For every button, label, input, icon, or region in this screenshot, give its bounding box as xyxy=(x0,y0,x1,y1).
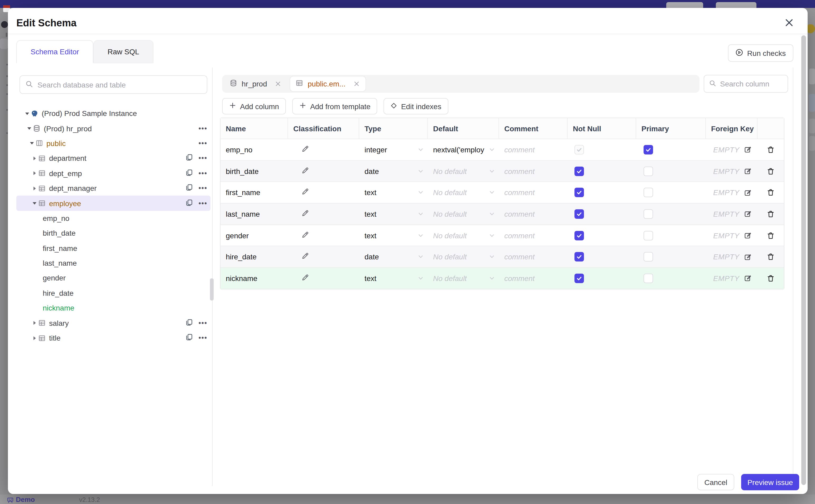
more-menu-icon[interactable]: ••• xyxy=(199,171,207,176)
comment-input[interactable]: comment xyxy=(499,225,568,246)
caret-right-icon[interactable] xyxy=(31,319,38,326)
open-tab-hr_prod[interactable]: hr_prod xyxy=(224,76,287,91)
delete-column-icon[interactable] xyxy=(766,210,775,218)
more-menu-icon[interactable]: ••• xyxy=(199,186,207,191)
caret-down-icon[interactable] xyxy=(25,125,33,132)
pencil-icon[interactable] xyxy=(301,188,309,197)
dialog-scrollbar[interactable] xyxy=(801,35,806,485)
copy-icon[interactable] xyxy=(185,154,193,163)
type-select[interactable]: text xyxy=(359,203,428,224)
close-tab-icon[interactable] xyxy=(353,80,360,88)
column-name-cell[interactable]: hire_date xyxy=(220,246,288,267)
add-column-button[interactable]: Add column xyxy=(222,98,286,114)
column-name-cell[interactable]: birth_date xyxy=(220,161,288,181)
open-tab-public.em...[interactable]: public.em... xyxy=(290,76,365,91)
tree-item-salary[interactable]: salary••• xyxy=(16,316,210,331)
close-tab-icon[interactable] xyxy=(274,80,282,88)
add-from-template-button[interactable]: Add from template xyxy=(292,98,377,114)
tree-item-birth_date[interactable]: birth_date xyxy=(16,226,210,241)
not-null-checkbox[interactable] xyxy=(575,231,584,240)
not-null-checkbox[interactable] xyxy=(575,209,584,219)
delete-column-icon[interactable] xyxy=(766,253,775,261)
caret-right-icon[interactable] xyxy=(31,335,38,341)
default-select[interactable]: nextval('employ xyxy=(428,139,499,160)
delete-column-icon[interactable] xyxy=(766,146,775,154)
tree-item-last_name[interactable]: last_name xyxy=(16,256,210,271)
type-select[interactable]: integer xyxy=(359,139,428,160)
tab-schema-editor[interactable]: Schema Editor xyxy=(16,40,93,63)
caret-down-icon[interactable] xyxy=(28,140,35,147)
comment-input[interactable]: comment xyxy=(499,246,568,267)
column-search-input[interactable]: Search column xyxy=(704,75,788,93)
primary-checkbox[interactable] xyxy=(644,145,653,154)
edit-foreign-key-icon[interactable] xyxy=(744,210,751,218)
type-select[interactable]: text xyxy=(359,268,428,289)
tree-item-gender[interactable]: gender xyxy=(16,271,210,286)
delete-column-icon[interactable] xyxy=(766,167,775,175)
comment-input[interactable]: comment xyxy=(499,203,568,224)
edit-foreign-key-icon[interactable] xyxy=(744,231,751,239)
edit-foreign-key-icon[interactable] xyxy=(744,167,751,175)
default-select[interactable]: No default xyxy=(428,161,499,181)
tree-item-emp_no[interactable]: emp_no xyxy=(16,211,210,226)
edit-foreign-key-icon[interactable] xyxy=(744,274,751,282)
preview-issue-button[interactable]: Preview issue xyxy=(741,474,799,490)
pencil-icon[interactable] xyxy=(301,209,309,219)
tree-item-employee[interactable]: employee••• xyxy=(16,196,210,211)
run-checks-button[interactable]: Run checks xyxy=(728,44,793,62)
primary-checkbox[interactable] xyxy=(644,231,653,240)
default-select[interactable]: No default xyxy=(428,203,499,224)
comment-input[interactable]: comment xyxy=(499,268,568,289)
caret-right-icon[interactable] xyxy=(31,185,38,192)
pencil-icon[interactable] xyxy=(301,166,309,176)
delete-column-icon[interactable] xyxy=(766,274,775,283)
tree-item-hire_date[interactable]: hire_date xyxy=(16,285,210,301)
caret-right-icon[interactable] xyxy=(31,155,38,162)
caret-right-icon[interactable] xyxy=(31,170,38,177)
cancel-button[interactable]: Cancel xyxy=(697,474,734,490)
caret-down-icon[interactable] xyxy=(23,110,31,117)
type-select[interactable]: text xyxy=(359,225,428,246)
default-select[interactable]: No default xyxy=(428,225,499,246)
column-name-cell[interactable]: nickname xyxy=(220,268,288,289)
column-name-cell[interactable]: gender xyxy=(220,225,288,246)
tree-item--Prod-Prod-Sample-Instance[interactable]: (Prod) Prod Sample Instance xyxy=(16,106,210,121)
tree-item-public[interactable]: public••• xyxy=(16,136,210,151)
more-menu-icon[interactable]: ••• xyxy=(199,141,207,146)
copy-icon[interactable] xyxy=(185,318,193,328)
caret-down-icon[interactable] xyxy=(31,200,38,207)
tree-item-department[interactable]: department••• xyxy=(16,151,210,166)
type-select[interactable]: date xyxy=(359,246,428,267)
more-menu-icon[interactable]: ••• xyxy=(199,201,207,206)
tree-item--Prod-hr_prod[interactable]: (Prod) hr_prod••• xyxy=(16,121,210,136)
comment-input[interactable]: comment xyxy=(499,182,568,203)
pencil-icon[interactable] xyxy=(301,252,309,262)
primary-checkbox[interactable] xyxy=(644,252,653,262)
default-select[interactable]: No default xyxy=(428,246,499,267)
tree-item-dept_emp[interactable]: dept_emp••• xyxy=(16,166,210,181)
column-name-cell[interactable]: last_name xyxy=(220,203,288,224)
tree-item-first_name[interactable]: first_name xyxy=(16,241,210,256)
primary-checkbox[interactable] xyxy=(644,166,653,176)
not-null-checkbox[interactable] xyxy=(575,252,584,262)
comment-input[interactable]: comment xyxy=(499,161,568,181)
panel-resize-handle[interactable] xyxy=(210,278,214,301)
edit-foreign-key-icon[interactable] xyxy=(744,253,751,261)
type-select[interactable]: date xyxy=(359,161,428,181)
pencil-icon[interactable] xyxy=(301,145,309,154)
delete-column-icon[interactable] xyxy=(766,188,775,197)
column-name-cell[interactable]: emp_no xyxy=(220,139,288,160)
database-search-input[interactable]: Search database and table xyxy=(20,75,207,94)
type-select[interactable]: text xyxy=(359,182,428,203)
more-menu-icon[interactable]: ••• xyxy=(199,335,207,341)
tree-item-dept_manager[interactable]: dept_manager••• xyxy=(16,181,210,196)
not-null-checkbox[interactable] xyxy=(575,188,584,197)
primary-checkbox[interactable] xyxy=(644,188,653,197)
close-icon[interactable] xyxy=(784,18,795,28)
more-menu-icon[interactable]: ••• xyxy=(199,156,207,161)
default-select[interactable]: No default xyxy=(428,182,499,203)
pencil-icon[interactable] xyxy=(301,274,309,283)
column-name-cell[interactable]: first_name xyxy=(220,182,288,203)
tree-item-nickname[interactable]: nickname xyxy=(16,301,210,316)
not-null-checkbox[interactable] xyxy=(575,274,584,283)
